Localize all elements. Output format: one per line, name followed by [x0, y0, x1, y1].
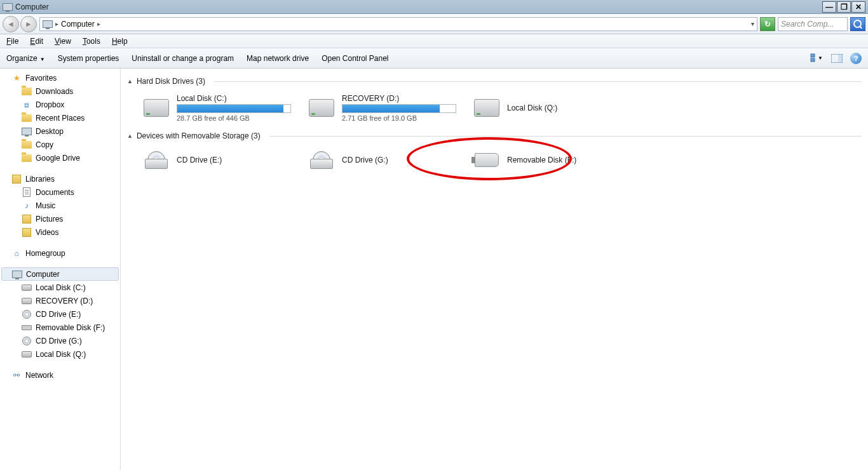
- hdd-icon: [473, 97, 501, 119]
- homegroup-icon: ⌂: [11, 248, 22, 258]
- collapse-caret-icon: ▲: [127, 78, 133, 84]
- drive-free-space: 28.7 GB free of 446 GB: [177, 114, 291, 122]
- menu-edit[interactable]: Edit: [30, 37, 43, 46]
- folder-icon: [22, 113, 32, 123]
- address-dropdown-icon[interactable]: ▾: [751, 20, 754, 27]
- sidebar-item-cd-drive-g[interactable]: CD Drive (G:): [0, 334, 120, 347]
- pictures-icon: [22, 214, 32, 224]
- section-hard-disk-drives[interactable]: ▲ Hard Disk Drives (3): [127, 75, 862, 88]
- minimize-button[interactable]: —: [822, 1, 836, 13]
- computer-group[interactable]: Computer: [1, 267, 119, 281]
- sidebar-item-downloads[interactable]: Downloads: [0, 84, 120, 98]
- sidebar-item-recovery-d[interactable]: RECOVERY (D:): [0, 294, 120, 307]
- libraries-group[interactable]: Libraries: [0, 172, 120, 185]
- network-icon: ⚯: [11, 370, 22, 380]
- computer-label: Computer: [26, 270, 60, 279]
- forward-button[interactable]: ►: [20, 16, 37, 32]
- svg-rect-0: [811, 54, 815, 57]
- window-titlebar: Computer — ❐ ✕: [0, 0, 868, 14]
- sidebar-item-desktop[interactable]: Desktop: [0, 124, 120, 138]
- drive-name: Local Disk (Q:): [507, 104, 557, 112]
- search-icon: [853, 20, 862, 29]
- refresh-button[interactable]: ↻: [760, 17, 775, 31]
- change-view-button[interactable]: ▼: [810, 51, 824, 65]
- sidebar-item-pictures[interactable]: Pictures: [0, 212, 120, 225]
- section-removable-storage[interactable]: ▲ Devices with Removable Storage (3): [127, 130, 862, 142]
- cd-drive-icon: [308, 149, 336, 171]
- preview-pane-button[interactable]: [830, 51, 844, 65]
- preview-pane-icon: [831, 54, 843, 63]
- help-button[interactable]: ?: [850, 53, 862, 64]
- sidebar-item-videos[interactable]: Videos: [0, 225, 120, 239]
- drive-local-disk-q[interactable]: Local Disk (Q:): [470, 91, 629, 124]
- homegroup-group[interactable]: ⌂Homegroup: [0, 246, 120, 260]
- sidebar-item-local-disk-q[interactable]: Local Disk (Q:): [0, 347, 120, 361]
- sidebar-item-music[interactable]: ♪Music: [0, 199, 120, 212]
- cd-drive-icon: [142, 149, 170, 171]
- cd-icon: [22, 336, 32, 346]
- drive-name: CD Drive (E:): [177, 156, 222, 164]
- drive-recovery-d[interactable]: RECOVERY (D:) 2.71 GB free of 19.0 GB: [305, 91, 464, 124]
- usb-icon: [22, 323, 32, 333]
- section-hdd-label: Hard Disk Drives (3): [137, 77, 205, 86]
- drive-removable-f[interactable]: Removable Disk (F:): [470, 146, 629, 174]
- close-button[interactable]: ✕: [851, 1, 865, 13]
- system-properties-button[interactable]: System properties: [58, 54, 119, 63]
- navigation-bar: ◄ ► ▸ Computer ▸ ▾ ↻ Search Comp...: [0, 14, 868, 34]
- search-button[interactable]: [850, 17, 865, 31]
- drive-name: Local Disk (C:): [177, 94, 291, 103]
- computer-icon: [43, 19, 53, 29]
- uninstall-program-button[interactable]: Uninstall or change a program: [132, 54, 234, 63]
- collapse-caret-icon: ▲: [127, 133, 133, 139]
- open-control-panel-button[interactable]: Open Control Panel: [322, 54, 388, 63]
- address-bar[interactable]: ▸ Computer ▸ ▾: [39, 17, 757, 31]
- chevron-down-icon: ▼: [40, 57, 45, 62]
- menu-tools[interactable]: Tools: [83, 37, 100, 46]
- map-network-drive-button[interactable]: Map network drive: [247, 54, 309, 63]
- sidebar-item-dropbox[interactable]: ⧈Dropbox: [0, 98, 120, 111]
- computer-icon: [12, 269, 22, 279]
- sidebar-item-google-drive[interactable]: Google Drive: [0, 151, 120, 164]
- sidebar-item-recent-places[interactable]: Recent Places: [0, 111, 120, 124]
- homegroup-label: Homegroup: [25, 249, 65, 258]
- folder-icon: [22, 86, 32, 97]
- favorites-group[interactable]: ★Favorites: [0, 71, 120, 84]
- hdd-icon: [22, 349, 32, 359]
- dropbox-icon: ⧈: [22, 100, 32, 110]
- svg-rect-2: [811, 58, 815, 62]
- maximize-button[interactable]: ❐: [837, 1, 851, 13]
- organize-button[interactable]: Organize▼: [6, 54, 45, 63]
- drive-name: CD Drive (G:): [342, 156, 388, 164]
- menu-file[interactable]: File: [6, 37, 18, 46]
- sidebar-item-copy[interactable]: Copy: [0, 138, 120, 151]
- tiles-view-icon: [810, 53, 815, 64]
- drive-cd-g[interactable]: CD Drive (G:): [305, 146, 464, 174]
- desktop-icon: [22, 126, 32, 137]
- divider: [214, 81, 862, 82]
- cd-icon: [22, 309, 32, 319]
- videos-icon: [22, 227, 32, 238]
- sidebar-item-removable-disk-f[interactable]: Removable Disk (F:): [0, 321, 120, 334]
- usage-bar: [177, 104, 291, 113]
- network-group[interactable]: ⚯Network: [0, 368, 120, 382]
- sidebar-item-local-disk-c[interactable]: Local Disk (C:): [0, 281, 120, 294]
- menu-bar: File Edit View Tools Help: [0, 34, 868, 48]
- menu-view[interactable]: View: [55, 37, 71, 46]
- hdd-icon: [22, 296, 32, 306]
- search-input[interactable]: Search Comp...: [778, 17, 848, 31]
- content-pane: ▲ Hard Disk Drives (3) Local Disk (C:) 2…: [121, 69, 868, 470]
- menu-help[interactable]: Help: [112, 37, 128, 46]
- sidebar-item-documents[interactable]: Documents: [0, 185, 120, 199]
- address-location: Computer: [61, 20, 95, 29]
- drive-name: RECOVERY (D:): [342, 94, 456, 103]
- chevron-right-icon[interactable]: ▸: [97, 20, 100, 27]
- back-button[interactable]: ◄: [3, 16, 19, 32]
- drive-local-disk-c[interactable]: Local Disk (C:) 28.7 GB free of 446 GB: [140, 91, 299, 124]
- drive-cd-e[interactable]: CD Drive (E:): [140, 146, 299, 174]
- removable-disk-icon: [473, 149, 501, 171]
- drive-free-space: 2.71 GB free of 19.0 GB: [342, 114, 456, 122]
- usage-bar: [342, 104, 456, 113]
- drive-name: Removable Disk (F:): [507, 156, 576, 164]
- sidebar-item-cd-drive-e[interactable]: CD Drive (E:): [0, 307, 120, 321]
- hdd-icon: [308, 97, 336, 119]
